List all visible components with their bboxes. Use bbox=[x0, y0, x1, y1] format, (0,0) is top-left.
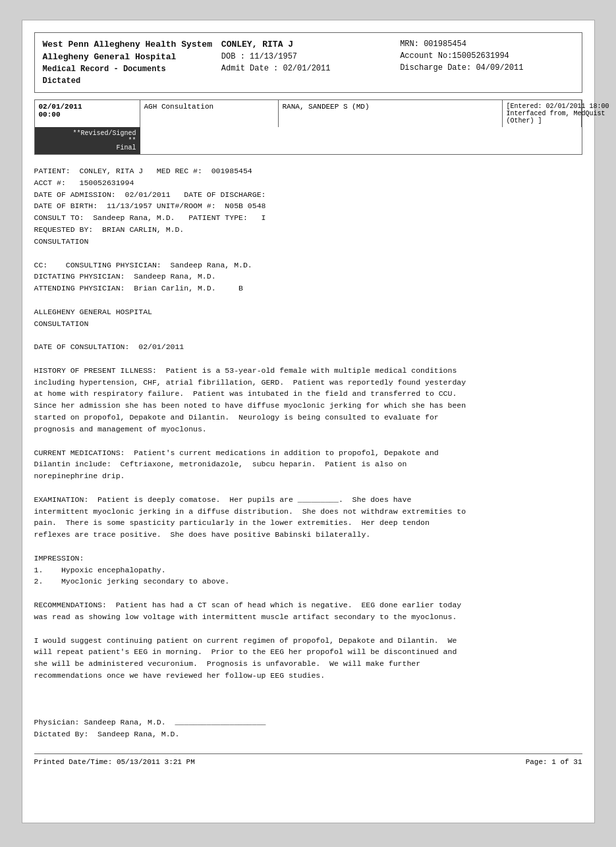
footer-bar: Printed Date/Time: 05/13/2011 3:21 PM Pa… bbox=[34, 753, 582, 766]
header-col-middle: CONLEY, RITA J DOB : 11/13/1957 Admit Da… bbox=[221, 40, 395, 86]
record-type-line2: Dictated bbox=[43, 76, 216, 86]
record-physician: RANA, SANDEEP S (MD) bbox=[279, 100, 503, 127]
record-consultation-type: AGH Consultation bbox=[140, 100, 279, 127]
document-page: West Penn Allegheny Health System Allegh… bbox=[22, 20, 595, 823]
header-col-left: West Penn Allegheny Health System Allegh… bbox=[43, 40, 216, 86]
record-date-time: 02/01/2011 00:00 bbox=[35, 100, 140, 127]
discharge-date: Discharge Date: 04/09/2011 bbox=[400, 63, 573, 72]
hospital-name: Allegheny General Hospital bbox=[43, 52, 216, 62]
hospital-system: West Penn Allegheny Health System bbox=[43, 40, 216, 49]
mrn: MRN: 001985454 bbox=[400, 40, 573, 49]
patient-name: CONLEY, RITA J bbox=[221, 40, 395, 49]
record-entered: [Entered: 02/01/2011 18:00 Interfaced fr… bbox=[503, 100, 582, 127]
account-number: Account No:150052631994 bbox=[400, 51, 573, 61]
document-body: PATIENT: CONLEY, RITA J MED REC #: 00198… bbox=[34, 165, 582, 740]
patient-dob: DOB : 11/13/1957 bbox=[221, 52, 395, 61]
record-row: 02/01/2011 00:00 AGH Consultation RANA, … bbox=[34, 99, 582, 155]
header-col-right: MRN: 001985454 Account No:150052631994 D… bbox=[400, 40, 573, 86]
admit-date: Admit Date : 02/01/2011 bbox=[221, 64, 395, 73]
footer-page: Page: 1 of 31 bbox=[526, 758, 582, 766]
record-type-line1: Medical Record - Documents bbox=[43, 65, 216, 74]
footer-printed: Printed Date/Time: 05/13/2011 3:21 PM bbox=[34, 758, 195, 766]
record-status: **Revised/Signed ** Final bbox=[35, 127, 140, 154]
header-box: West Penn Allegheny Health System Allegh… bbox=[34, 32, 582, 93]
